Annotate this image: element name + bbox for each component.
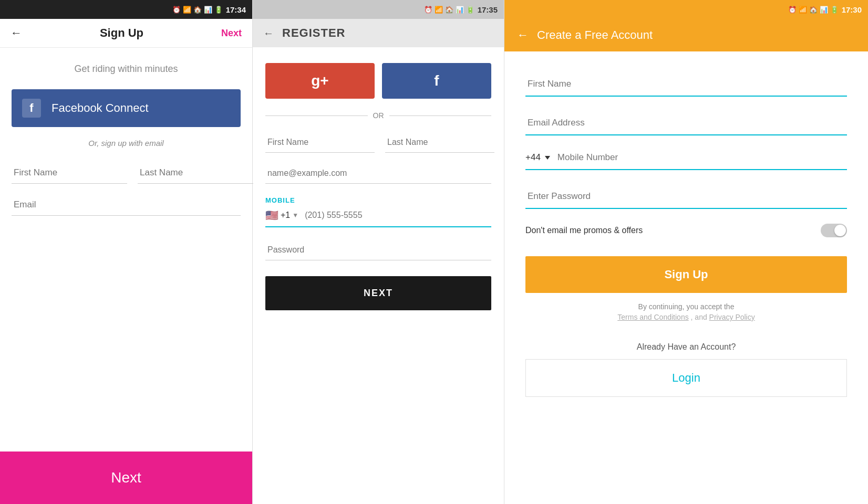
triangle-icon [545,156,550,160]
time-display-3: 17:30 [842,5,862,14]
alarm-icon-3: ⏰ [788,6,797,14]
status-icons-2: ⏰ 📶 🏠 📊 🔋 [424,6,474,14]
subtitle-text: Get riding within minutes [74,64,178,75]
email-input-1[interactable] [12,194,241,216]
social-buttons-row: g+ f [265,63,491,99]
panel1-content: Get riding within minutes f Facebook Con… [0,48,252,504]
page-title-3: Create a Free Account [537,28,653,42]
mobile-label: MOBILE [265,196,491,204]
name-inputs-row [12,162,241,184]
panel3-content: +44 Don't email me promos & offers Sign … [504,51,868,504]
panel-signup-simple: ⏰ 📶 🏠 📊 🔋 17:34 ← Sign Up Next Get ridin… [0,0,252,504]
terms-and-text: , and [691,313,709,321]
first-name-input-1[interactable] [12,162,127,184]
email-input-3[interactable] [525,111,847,135]
toggle-knob [834,225,846,236]
or-email-text: Or, sign up with email [88,139,163,148]
terms-links: Terms and Conditions , and Privacy Polic… [525,313,847,321]
page-title-1: Sign Up [100,26,143,40]
signup-button-3[interactable]: Sign Up [525,256,847,293]
home-icon-3: 🏠 [809,6,818,14]
battery-icon-2: 🔋 [466,6,474,14]
wifi-icon: 📶 [183,6,191,14]
or-divider: OR [265,111,491,120]
phone-row-3: +44 [525,150,847,170]
nav-bar-1: ← Sign Up Next [0,19,252,48]
email-input-2[interactable] [265,163,491,184]
toggle-label-text: Don't email me promos & offers [525,226,643,235]
next-bar-button[interactable]: Next [0,452,252,504]
back-button-1[interactable]: ← [11,26,22,40]
password-input-2[interactable] [265,240,491,260]
last-name-input-1[interactable] [138,162,253,184]
panel-create-account: ⏰ 📶 🏠 📊 🔋 17:30 ← Create a Free Account … [504,0,868,504]
signal-icon-2: 📊 [456,6,464,14]
already-account-text: Already Have an Account? [525,342,847,352]
status-icons-1: ⏰ 📶 🏠 📊 🔋 [172,6,223,14]
mobile-number-input[interactable] [303,208,491,222]
login-button[interactable]: Login [525,359,847,397]
toggle-row: Don't email me promos & offers [525,224,847,237]
first-name-input-2[interactable] [265,132,375,153]
country-code-selector[interactable]: 🇺🇸 +1 ▼ [265,209,298,222]
google-plus-button[interactable]: g+ [265,63,375,99]
alarm-icon-2: ⏰ [424,6,432,14]
or-text: OR [373,111,384,120]
alarm-icon: ⏰ [172,6,181,14]
time-display-1: 17:34 [226,5,246,14]
home-icon-2: 🏠 [445,6,453,14]
divider-line-right [389,116,492,116]
panel-register: ⏰ 📶 🏠 📊 🔋 17:35 ← REGISTER g+ f OR [252,0,504,504]
promo-toggle[interactable] [821,224,847,237]
battery-icon: 🔋 [214,6,223,14]
back-button-3[interactable]: ← [517,28,529,42]
signal-icon-3: 📊 [820,6,828,14]
password-input-3[interactable] [525,185,847,209]
facebook-button-2[interactable]: f [382,63,491,99]
chevron-down-icon: ▼ [292,212,298,219]
mobile-input-row: 🇺🇸 +1 ▼ [265,208,491,227]
page-title-2: REGISTER [282,26,345,40]
signal-icon: 📊 [204,6,212,14]
last-name-input-2[interactable] [385,132,494,153]
status-icons-3: ⏰ 📶 🏠 📊 🔋 [788,6,839,14]
status-bar-1: ⏰ 📶 🏠 📊 🔋 17:34 [0,0,252,19]
home-icon: 🏠 [193,6,202,14]
privacy-policy-link[interactable]: Privacy Policy [709,313,755,321]
wifi-icon-2: 📶 [435,6,443,14]
nav-bar-3: ← Create a Free Account [504,19,868,51]
status-bar-2: ⏰ 📶 🏠 📊 🔋 17:35 [253,0,504,19]
country-code-text: +1 [281,211,290,220]
first-name-input-3[interactable] [525,72,847,97]
facebook-icon: f [22,99,41,118]
mobile-number-input-3[interactable] [555,150,847,165]
nav-bar-2: ← REGISTER [253,19,504,47]
next-bar-label: Next [111,469,141,486]
status-bar-3: ⏰ 📶 🏠 📊 🔋 17:30 [504,0,868,19]
terms-conditions-link[interactable]: Terms and Conditions [617,313,688,321]
facebook-icon-2: f [434,72,439,89]
back-button-2[interactable]: ← [263,27,274,39]
name-row-2 [265,132,491,153]
battery-icon-3: 🔋 [830,6,839,14]
time-display-2: 17:35 [478,5,498,14]
panel2-content: g+ f OR MOBILE 🇺🇸 +1 ▼ NEXT [253,47,504,504]
divider-line-left [265,116,368,116]
country-code-text-3: +44 [525,152,541,163]
google-plus-icon: g+ [311,72,328,89]
flag-emoji: 🇺🇸 [265,209,278,222]
facebook-connect-button[interactable]: f Facebook Connect [12,89,241,127]
next-link-1[interactable]: Next [221,28,242,39]
country-code-selector-3[interactable]: +44 [525,152,550,163]
facebook-connect-label: Facebook Connect [51,101,149,115]
wifi-icon-3: 📶 [799,6,807,14]
next-button-2[interactable]: NEXT [265,276,491,310]
terms-text: By continuing, you accept the [525,302,847,311]
